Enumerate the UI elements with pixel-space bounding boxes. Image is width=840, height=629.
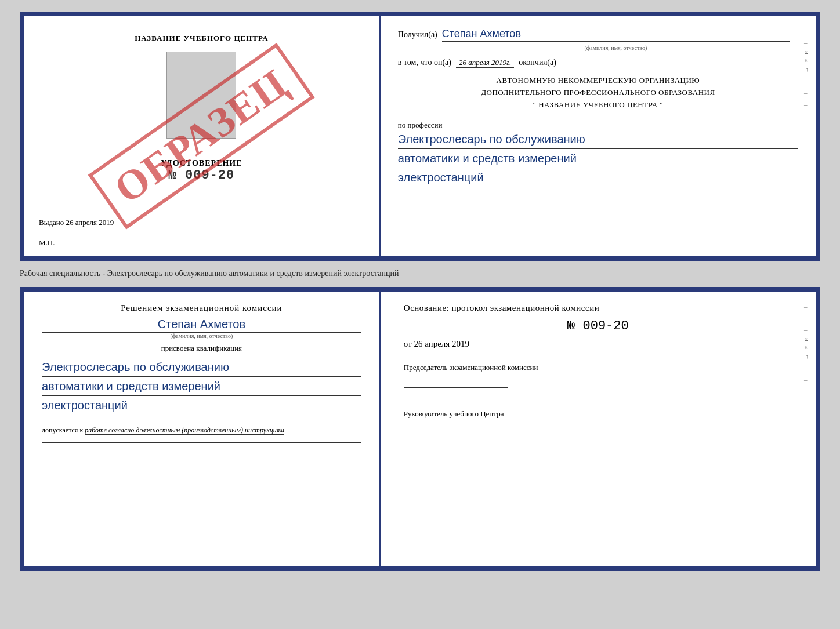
cert-bottom-left: Решением экзаменационной комиссии Степан… [24, 292, 381, 566]
date-prefix: в том, что он(а) [398, 58, 451, 67]
completion-date: 26 апреля 2019г. [456, 58, 514, 68]
bottom-line [42, 442, 361, 443]
issued-label: Выдано [39, 218, 64, 227]
qual-name-line3: электростанций [42, 396, 361, 415]
mp-label: М.П. [39, 238, 55, 248]
qualification-block: Электрослесарь по обслуживанию автоматик… [42, 358, 361, 415]
director-block: Руководитель учебного Центра [404, 407, 792, 439]
specialty-label: Рабочая специальность - Электрослесарь п… [20, 267, 820, 281]
dopusk-block: допускается к работе согласно должностны… [42, 426, 361, 435]
recip-prefix: Получил(а) [398, 30, 437, 39]
recip-name-block: Степан Ахметов (фамилия, имя, отчество) [442, 28, 790, 51]
qual-label: присвоена квалификация [42, 344, 361, 353]
issued-date: 26 апреля 2019 [66, 218, 114, 227]
photo-placeholder [166, 52, 236, 139]
chairman-title: Председатель экзаменационной комиссии [404, 361, 792, 374]
cert-number: № 009-20 [161, 168, 242, 183]
profession-section: по профессии Электрослесарь по обслужива… [398, 118, 798, 187]
issued-block: Выдано 26 апреля 2019 [39, 218, 114, 227]
udostoverenie-block: УДОСТОВЕРЕНИЕ № 009-20 [161, 159, 242, 183]
dopusk-text: работе согласно должностным (производств… [85, 426, 284, 435]
right-edge: – – и а ← – – – [804, 28, 811, 108]
qual-name-line2: автоматики и средств измерений [42, 377, 361, 396]
udostoverenie-label: УДОСТОВЕРЕНИЕ [161, 159, 242, 168]
profession-name-line2: автоматики и средств измерений [398, 149, 798, 168]
profession-label: по профессии [398, 121, 798, 130]
protocol-date: 26 апреля 2019 [414, 339, 469, 348]
name-block-bottom: Степан Ахметов (фамилия, имя, отчество) [42, 318, 361, 339]
date-line: в том, что он(а) 26 апреля 2019г. окончи… [398, 58, 798, 68]
cert-top-right: Получил(а) Степан Ахметов (фамилия, имя,… [381, 16, 816, 256]
fio-sub: (фамилия, имя, отчество) [42, 333, 361, 339]
recipient-sub: (фамилия, имя, отчество) [442, 43, 790, 51]
exam-commission-title: Решением экзаменационной комиссии [42, 303, 361, 313]
recipient-name: Степан Ахметов [442, 28, 790, 42]
profession-name-line1: Электрослесарь по обслуживанию [398, 130, 798, 149]
protocol-number: № 009-20 [404, 319, 792, 333]
recipient-line: Получил(а) Степан Ахметов (фамилия, имя,… [398, 28, 798, 51]
chairman-block: Председатель экзаменационной комиссии [404, 361, 792, 392]
protocol-date-block: от 26 апреля 2019 [404, 339, 792, 349]
org-line2: ДОПОЛНИТЕЛЬНОГО ПРОФЕССИОНАЛЬНОГО ОБРАЗО… [398, 87, 798, 99]
cert-top-left: НАЗВАНИЕ УЧЕБНОГО ЦЕНТРА УДОСТОВЕРЕНИЕ №… [24, 16, 381, 256]
dopusk-prefix: допускается к [42, 426, 83, 434]
org-line3: " НАЗВАНИЕ УЧЕБНОГО ЦЕНТРА " [398, 99, 798, 111]
profession-name-line3: электростанций [398, 168, 798, 187]
certificate-bottom: Решением экзаменационной комиссии Степан… [20, 287, 820, 571]
chairman-sig [404, 379, 792, 392]
date-suffix: окончил(а) [519, 58, 556, 67]
right-edge-bottom: – – – и а ← – – – [804, 303, 811, 395]
org-block: АВТОНОМНУЮ НЕКОММЕРЧЕСКУЮ ОРГАНИЗАЦИЮ ДО… [398, 75, 798, 111]
training-center-title: НАЗВАНИЕ УЧЕБНОГО ЦЕНТРА [135, 34, 269, 43]
protocol-date-prefix: от [404, 339, 412, 348]
director-title: Руководитель учебного Центра [404, 407, 792, 420]
osnov-title: Основание: протокол экзаменационной коми… [404, 303, 792, 313]
cert-bottom-right: Основание: протокол экзаменационной коми… [381, 292, 816, 566]
chairman-sig-line [404, 387, 508, 388]
bottom-name: Степан Ахметов [42, 318, 361, 333]
certificate-top: НАЗВАНИЕ УЧЕБНОГО ЦЕНТРА УДОСТОВЕРЕНИЕ №… [20, 12, 820, 261]
qual-name-line1: Электрослесарь по обслуживанию [42, 358, 361, 377]
director-sig-line [404, 434, 508, 434]
recip-dash: – [794, 30, 798, 39]
org-line1: АВТОНОМНУЮ НЕКОММЕРЧЕСКУЮ ОРГАНИЗАЦИЮ [398, 75, 798, 87]
director-sig [404, 425, 792, 438]
